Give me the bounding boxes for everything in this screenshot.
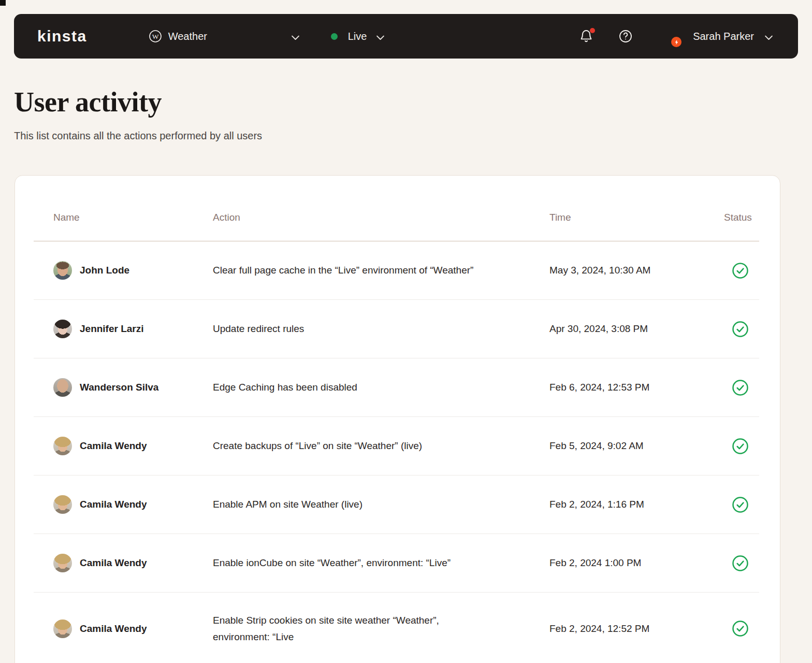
table-row: Camila Wendy Create backups of “Live” on… <box>34 417 759 475</box>
user-name: Camila Wendy <box>80 557 147 569</box>
action-text: Enable APM on site Weather (live) <box>213 496 549 513</box>
status-cell <box>724 555 759 572</box>
table-row: Jennifer Larzi Update redirect rules Apr… <box>34 300 759 358</box>
avatar <box>53 378 72 397</box>
success-check-icon <box>732 321 749 338</box>
user-name: Camila Wendy <box>80 623 147 635</box>
avatar <box>53 619 72 638</box>
status-cell <box>724 620 759 637</box>
avatar <box>53 261 72 280</box>
window-corner-artifact <box>0 0 6 6</box>
lightning-bolt-icon <box>674 39 679 45</box>
status-cell <box>724 438 759 455</box>
action-text: Edge Caching has been disabled <box>213 379 549 396</box>
page-subtitle: This list contains all the actions perfo… <box>14 130 262 142</box>
user-name: Wanderson Silva <box>80 382 158 393</box>
site-selector-dropdown[interactable]: W Weather <box>148 29 300 44</box>
environment-selector-dropdown[interactable]: Live <box>331 31 385 42</box>
time-text: Feb 5, 2024, 9:02 AM <box>549 440 724 452</box>
table-header-row: Name Action Time Status <box>34 176 759 241</box>
time-text: Feb 6, 2024, 12:53 PM <box>549 382 724 393</box>
status-cell <box>724 321 759 338</box>
time-text: Apr 30, 2024, 3:08 PM <box>549 323 724 335</box>
lightning-badge <box>671 37 682 47</box>
action-text: Update redirect rules <box>213 321 549 337</box>
action-text: Enable Strip cookies on site site weathe… <box>213 612 549 645</box>
name-cell: John Lode <box>53 261 213 280</box>
table-row: Camila Wendy Enable APM on site Weather … <box>34 475 759 534</box>
column-header-name: Name <box>53 212 213 223</box>
question-circle-icon <box>618 29 633 44</box>
user-name: Jennifer Larzi <box>80 323 144 335</box>
time-text: Feb 2, 2024, 1:16 PM <box>549 499 724 510</box>
name-cell: Camila Wendy <box>53 495 213 514</box>
user-name: Sarah Parker <box>693 31 754 42</box>
user-activity-card: Name Action Time Status John Lode Clear … <box>15 175 780 663</box>
site-selector-label: Weather <box>168 31 207 42</box>
table-body: John Lode Clear full page cache in the “… <box>34 241 759 663</box>
action-text: Clear full page cache in the “Live” envi… <box>213 262 549 279</box>
wordpress-icon: W <box>148 29 163 44</box>
success-check-icon <box>732 496 749 513</box>
user-avatar-wrap <box>660 27 678 46</box>
notification-dot <box>590 28 595 33</box>
name-cell: Camila Wendy <box>53 437 213 455</box>
kinsta-logo[interactable]: kinsta <box>37 27 87 45</box>
avatar <box>53 554 72 572</box>
success-check-icon <box>732 555 749 572</box>
avatar <box>53 320 72 338</box>
name-cell: Camila Wendy <box>53 619 213 638</box>
table-row: Camila Wendy Enable ionCube on site “Wea… <box>34 534 759 593</box>
success-check-icon <box>732 262 749 279</box>
time-text: Feb 2, 2024, 12:52 PM <box>549 623 724 635</box>
page-header: User activity This list contains all the… <box>14 87 262 142</box>
table-row: Wanderson Silva Edge Caching has been di… <box>34 358 759 417</box>
name-cell: Jennifer Larzi <box>53 320 213 338</box>
help-button[interactable] <box>618 29 633 44</box>
column-header-time: Time <box>549 212 724 223</box>
svg-text:W: W <box>152 33 158 40</box>
action-text: Create backups of “Live” on site “Weathe… <box>213 438 549 454</box>
time-text: May 3, 2024, 10:30 AM <box>549 265 724 276</box>
avatar <box>53 437 72 455</box>
chevron-down-icon <box>764 34 773 39</box>
success-check-icon <box>732 438 749 455</box>
success-check-icon <box>732 620 749 637</box>
status-cell <box>724 262 759 279</box>
time-text: Feb 2, 2024 1:00 PM <box>549 557 724 569</box>
column-header-action: Action <box>213 212 549 223</box>
user-activity-table: Name Action Time Status John Lode Clear … <box>34 176 759 663</box>
notifications-button[interactable] <box>579 29 593 44</box>
chevron-down-icon <box>291 34 300 39</box>
name-cell: Wanderson Silva <box>53 378 213 397</box>
action-text: Enable ionCube on site “Weather”, enviro… <box>213 555 549 571</box>
table-row: John Lode Clear full page cache in the “… <box>34 241 759 300</box>
avatar <box>53 495 72 514</box>
top-navbar: kinsta W Weather Live <box>14 14 798 59</box>
chevron-down-icon <box>376 34 385 39</box>
user-menu[interactable]: Sarah Parker <box>660 27 773 46</box>
user-name: John Lode <box>80 265 129 276</box>
user-name: Camila Wendy <box>80 499 147 510</box>
navbar-right-group: Sarah Parker <box>579 27 773 46</box>
status-cell <box>724 379 759 396</box>
page-title: User activity <box>14 87 262 118</box>
status-cell <box>724 496 759 513</box>
live-status-dot <box>331 33 338 40</box>
success-check-icon <box>732 379 749 396</box>
user-name: Camila Wendy <box>80 440 147 452</box>
table-row: Camila Wendy Enable Strip cookies on sit… <box>34 593 759 663</box>
column-header-status: Status <box>724 212 759 223</box>
name-cell: Camila Wendy <box>53 554 213 572</box>
environment-label: Live <box>348 31 367 42</box>
